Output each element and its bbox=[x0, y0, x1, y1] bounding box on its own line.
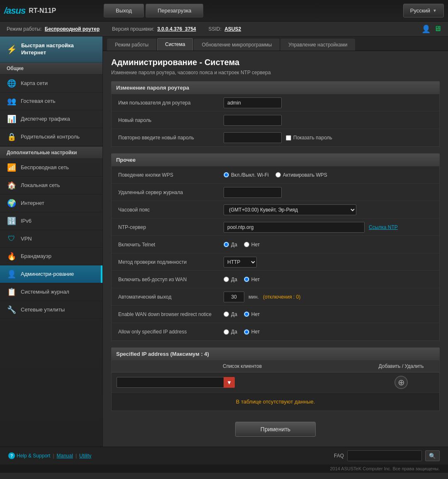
wan-redirect-value: Да Нет bbox=[219, 309, 439, 320]
specified-ip-yes-option[interactable]: Да bbox=[224, 329, 237, 335]
monitor-icon[interactable]: 🖥 bbox=[434, 24, 441, 34]
sidebar-item-firewall[interactable]: 🔥 Брандмауэр bbox=[0, 248, 102, 265]
ip-client-input[interactable] bbox=[117, 377, 224, 388]
sidebar-item-guest[interactable]: 👥 Гостевая сеть bbox=[0, 92, 102, 110]
sidebar-item-lan[interactable]: 🏠 Локальная сеть bbox=[0, 177, 102, 195]
sidebar-item-wireless[interactable]: 📶 Беспроводная сеть bbox=[0, 159, 102, 177]
wps-value: Вкл./Выкл. Wi-Fi Активировать WPS bbox=[219, 170, 439, 180]
footer-right: FAQ 🔍 bbox=[334, 450, 440, 461]
remote-log-label: Удаленный сервер журнала bbox=[112, 186, 219, 199]
wan-access-no-radio[interactable] bbox=[244, 277, 249, 282]
page-description: Изменение пароля роутера, часового пояса… bbox=[111, 70, 440, 75]
sidebar-item-quick-setup[interactable]: ⚡ Быстрая настройка Интернет bbox=[0, 36, 102, 63]
tab-mode[interactable]: Режим работы bbox=[107, 39, 156, 51]
specified-ip-no-radio[interactable] bbox=[244, 329, 249, 335]
wan-access-yes-option[interactable]: Да bbox=[224, 277, 237, 282]
sidebar-item-label: Диспетчер трафика bbox=[21, 116, 70, 122]
manual-link[interactable]: Manual bbox=[57, 453, 73, 459]
confirm-password-input[interactable] bbox=[224, 132, 282, 143]
mode-info: Режим работы: Беспроводной роутер bbox=[7, 26, 100, 32]
ntp-link[interactable]: Ссылка NTP bbox=[369, 224, 398, 230]
wan-access-radio-group: Да Нет bbox=[224, 277, 260, 282]
sidebar-item-ipv6[interactable]: 🔢 IPv6 bbox=[0, 212, 102, 230]
show-password-label[interactable]: Показать пароль bbox=[286, 135, 332, 141]
sidebar-item-internet[interactable]: 🌍 Интернет bbox=[0, 195, 102, 212]
misc-form: Поведение кнопки WPS Вкл./Выкл. Wi-Fi Ак… bbox=[111, 166, 440, 341]
sidebar-item-label: Локальная сеть bbox=[21, 182, 60, 188]
user-icon[interactable]: 👤 bbox=[421, 24, 431, 34]
main-layout: ⚡ Быстрая настройка Интернет Общие 🌐 Кар… bbox=[0, 36, 448, 447]
reboot-button[interactable]: Перезагрузка bbox=[146, 4, 203, 17]
autologout-value: мин. (отключения : 0) bbox=[219, 289, 439, 305]
wan-redirect-no-option[interactable]: Нет bbox=[244, 311, 260, 317]
wan-redirect-no-radio[interactable] bbox=[244, 311, 249, 317]
asus-logo: /asus bbox=[4, 5, 25, 16]
username-label: Имя пользователя для роутера bbox=[112, 97, 219, 109]
sidebar-item-parental[interactable]: 🔒 Родительский контроль bbox=[0, 128, 102, 146]
tab-firmware[interactable]: Обновление микропрограммы bbox=[194, 39, 280, 51]
new-password-input[interactable] bbox=[224, 115, 282, 126]
remote-log-row: Удаленный сервер журнала bbox=[112, 184, 439, 201]
faq-search-button[interactable]: 🔍 bbox=[425, 450, 440, 461]
faq-search-input[interactable] bbox=[347, 450, 422, 461]
telnet-yes-option[interactable]: Да bbox=[224, 242, 237, 248]
sidebar-item-traffic[interactable]: 📊 Диспетчер трафика bbox=[0, 110, 102, 128]
sidebar-item-map[interactable]: 🌐 Карта сети bbox=[0, 75, 102, 92]
sidebar-item-vpn[interactable]: 🛡 VPN bbox=[0, 230, 102, 248]
apply-button-row: Применить bbox=[111, 418, 440, 443]
wps-radio2[interactable] bbox=[275, 172, 281, 177]
sidebar-item-nettools[interactable]: 🔧 Сетевые утилиты bbox=[0, 301, 102, 319]
tab-system[interactable]: Система bbox=[157, 38, 193, 51]
copyright-text: 2014 ASUSTeK Computer Inc. Все права защ… bbox=[330, 466, 440, 471]
sidebar-item-label: VPN bbox=[21, 236, 32, 242]
help-support-link[interactable]: ? Help & Support bbox=[8, 452, 50, 459]
apply-button[interactable]: Применить bbox=[235, 422, 316, 437]
ip-dropdown-area: ▼ bbox=[117, 377, 368, 388]
utility-link[interactable]: Utility bbox=[79, 453, 91, 459]
lang-label: Русский bbox=[410, 7, 430, 14]
model-name: RT-N11P bbox=[29, 7, 56, 15]
ntp-input[interactable] bbox=[224, 222, 365, 233]
telnet-no-option[interactable]: Нет bbox=[244, 242, 260, 248]
wan-access-row: Включить веб-доступ из WAN Да Нет bbox=[112, 271, 439, 288]
wps-option2[interactable]: Активировать WPS bbox=[275, 172, 327, 178]
sidebar-item-admin[interactable]: 👤 Администри-рование bbox=[0, 265, 102, 283]
language-button[interactable]: Русский ▼ bbox=[403, 4, 444, 17]
ip-no-data-row: В таблице отсутствуют данные. bbox=[112, 393, 439, 411]
firmware-info: Версия прошивки: 3.0.0.4.376_3754 bbox=[112, 26, 196, 32]
ip-add-button[interactable]: ⊕ bbox=[394, 376, 408, 389]
specified-ip-no-option[interactable]: Нет bbox=[244, 329, 260, 335]
info-bar-left: Режим работы: Беспроводной роутер Версия… bbox=[7, 26, 241, 32]
sidebar-item-syslog[interactable]: 📋 Системный журнал bbox=[0, 283, 102, 301]
specified-ip-yes-radio[interactable] bbox=[224, 329, 229, 335]
ntp-value: Ссылка NTP bbox=[219, 219, 439, 235]
telnet-no-radio[interactable] bbox=[244, 242, 249, 247]
autologout-row: Автоматический выход мин. (отключения : … bbox=[112, 288, 439, 306]
wan-redirect-yes-option[interactable]: Да bbox=[224, 311, 237, 317]
tab-bar: Режим работы Система Обновление микропро… bbox=[103, 36, 448, 51]
info-bar-icons: 👤 🖥 bbox=[421, 24, 441, 34]
auth-method-label: Метод проверки подлинности bbox=[112, 256, 219, 268]
auth-method-select[interactable]: HTTP HTTPS HTTP+HTTPS bbox=[224, 257, 257, 267]
timezone-select[interactable]: (GMT+03:00) Кувейт, Эр-Рияд bbox=[224, 204, 356, 215]
sidebar-item-label: Интернет bbox=[21, 200, 44, 206]
sidebar-item-label: Гостевая сеть bbox=[21, 98, 56, 104]
page-title: Администрирование - Система bbox=[111, 58, 440, 67]
username-input[interactable] bbox=[224, 97, 282, 108]
wan-access-no-option[interactable]: Нет bbox=[244, 277, 260, 282]
wan-access-yes-radio[interactable] bbox=[224, 277, 229, 282]
ip-dropdown-arrow-button[interactable]: ▼ bbox=[224, 377, 235, 388]
wps-radio1[interactable] bbox=[224, 172, 229, 177]
autologout-input[interactable] bbox=[224, 292, 244, 302]
logout-button[interactable]: Выход bbox=[104, 4, 144, 17]
show-password-checkbox[interactable] bbox=[286, 135, 291, 141]
wan-redirect-yes-radio[interactable] bbox=[224, 311, 229, 317]
tab-settings[interactable]: Управление настройками bbox=[280, 39, 355, 51]
telnet-row: Включить Telnet Да Нет bbox=[112, 236, 439, 253]
telnet-value: Да Нет bbox=[219, 239, 439, 250]
wireless-icon: 📶 bbox=[7, 163, 17, 172]
wps-option1[interactable]: Вкл./Выкл. Wi-Fi bbox=[224, 172, 269, 178]
telnet-yes-radio[interactable] bbox=[224, 242, 229, 247]
sidebar-item-label: Карта сети bbox=[21, 80, 48, 86]
remote-log-input[interactable] bbox=[224, 187, 282, 198]
